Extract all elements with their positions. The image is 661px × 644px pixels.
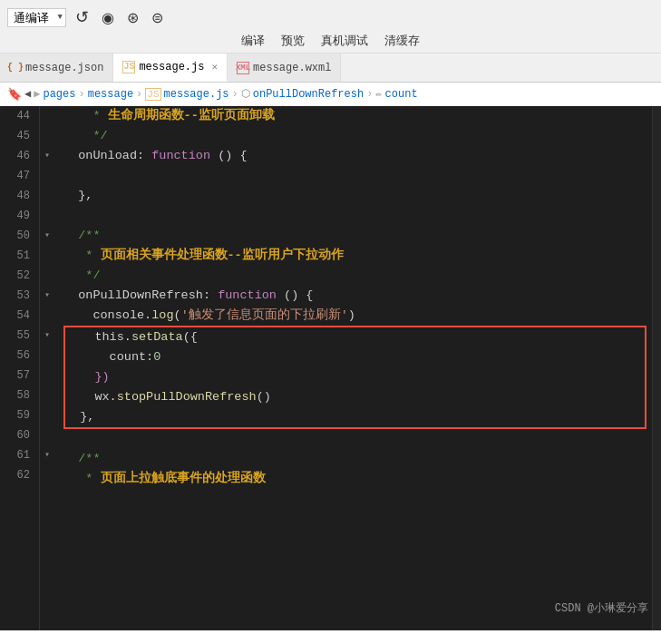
code-content-area[interactable]: * 生命周期函数--监听页面卸载 */ onUnload: function (… — [54, 106, 652, 630]
code-line-62: * 页面上拉触底事件的处理函数 — [63, 469, 652, 489]
fold-55[interactable]: ▾ — [40, 326, 54, 346]
compile-select-wrap[interactable]: 通编译 — [7, 8, 66, 27]
tab-message-wxml[interactable]: XML message.wxml — [228, 54, 341, 82]
breadcrumb-pages[interactable]: pages — [43, 88, 75, 101]
code-line-53: onPullDownRefresh: function () { — [63, 286, 652, 306]
settings-icon: ⊛ — [127, 9, 139, 26]
line-48-content: }, — [63, 186, 652, 206]
tab-close-js[interactable]: ✕ — [211, 61, 218, 73]
ln-48: 48 — [7, 186, 30, 206]
wxml-icon: XML — [237, 62, 249, 74]
preview-label[interactable]: 预览 — [281, 33, 305, 49]
highlight-box: this.setData({ count:0 }) wx.stopPullDow… — [63, 326, 646, 429]
tab-message-js[interactable]: JS message.js ✕ — [113, 54, 228, 82]
tab-message-json[interactable]: { } message.json — [0, 54, 113, 82]
ln-57: 57 — [7, 366, 30, 385]
fold-52 — [40, 266, 54, 286]
line-47-content — [63, 166, 652, 186]
var-icon: ✏ — [375, 87, 382, 101]
code-line-57: }) — [65, 367, 645, 387]
ln-45: 45 — [7, 126, 30, 146]
ln-50: 50 — [7, 226, 30, 246]
app-container: 通编译 ↺ ◉ ⊛ ⊜ 编译 预览 真机调试 清缓存 { } — [0, 0, 661, 644]
fold-53[interactable]: ▾ — [40, 286, 54, 306]
json-icon: { } — [9, 62, 22, 74]
line-56-content: count:0 — [65, 347, 645, 367]
breadcrumb-back[interactable]: ◀ — [24, 87, 31, 101]
line-45-content: */ — [63, 126, 652, 146]
toolbar: 通编译 ↺ ◉ ⊛ ⊜ 编译 预览 真机调试 清缓存 — [0, 0, 661, 54]
code-line-51: * 页面相关事件处理函数--监听用户下拉动作 — [63, 246, 652, 266]
fold-54 — [40, 306, 54, 326]
ln-54: 54 — [7, 306, 30, 326]
code-line-61: /** — [63, 449, 652, 469]
ln-60: 60 — [7, 425, 30, 445]
code-line-52: */ — [63, 266, 652, 286]
ln-51: 51 — [7, 246, 30, 266]
line-44-content: * 生命周期函数--监听页面卸载 — [63, 106, 652, 126]
code-line-55: this.setData({ — [65, 327, 645, 347]
code-editor[interactable]: 44 45 46 47 48 49 50 51 52 53 54 55 56 5… — [0, 106, 661, 630]
fn-icon: ⬡ — [241, 87, 250, 101]
line-49-content — [63, 206, 652, 226]
fold-60 — [40, 425, 54, 445]
watermark: CSDN @小琳爱分享 — [555, 600, 648, 616]
code-line-45: */ — [63, 126, 652, 146]
fold-gutter: ▾ ▾ ▾ ▾ ▾ — [40, 106, 54, 630]
fold-50[interactable]: ▾ — [40, 226, 54, 246]
code-line-44: * 生命周期函数--监听页面卸载 — [63, 106, 652, 126]
breadcrumb-forward[interactable]: ▶ — [34, 87, 40, 101]
ln-47: 47 — [7, 166, 30, 186]
ln-58: 58 — [7, 385, 30, 405]
breadcrumb-message-folder[interactable]: message — [88, 88, 133, 101]
fold-59 — [40, 405, 54, 425]
settings-button[interactable]: ⊛ — [123, 7, 142, 28]
breadcrumb-message-js[interactable]: message.js — [164, 88, 229, 101]
code-line-48: }, — [63, 186, 652, 206]
ln-59: 59 — [7, 405, 30, 425]
layers-icon: ⊜ — [151, 9, 163, 26]
compile-select[interactable]: 通编译 — [7, 8, 66, 27]
fold-49 — [40, 206, 54, 226]
line-60-content — [63, 429, 652, 449]
fold-51 — [40, 246, 54, 266]
ln-62: 62 — [7, 465, 30, 485]
breadcrumb-onpulldownrefresh[interactable]: onPullDownRefresh — [253, 88, 364, 101]
fold-61[interactable]: ▾ — [40, 445, 54, 465]
code-line-56: count:0 — [65, 347, 645, 367]
tab-label-json: message.json — [25, 62, 103, 74]
bookmark-icon: 🔖 — [7, 87, 22, 102]
fold-45 — [40, 126, 54, 146]
fold-44 — [40, 106, 54, 126]
sep1: › — [78, 88, 84, 101]
line-46-content: onUnload: function () { — [63, 146, 652, 166]
line-numbers: 44 45 46 47 48 49 50 51 52 53 54 55 56 5… — [0, 106, 40, 630]
sep3: › — [232, 88, 238, 101]
preview-icon-button[interactable]: ◉ — [98, 7, 118, 28]
line-55-content: this.setData({ — [65, 327, 645, 347]
ln-52: 52 — [7, 266, 30, 286]
fold-57 — [40, 366, 54, 385]
scrollbar-right[interactable] — [652, 106, 661, 630]
fold-46[interactable]: ▾ — [40, 146, 54, 166]
ln-55: 55 — [7, 326, 30, 346]
line-54-content: console.log('触发了信息页面的下拉刷新') — [63, 306, 652, 326]
clear-cache-label[interactable]: 清缓存 — [384, 33, 420, 49]
fold-56 — [40, 346, 54, 366]
line-59-content: }, — [65, 407, 645, 427]
code-line-60 — [63, 429, 652, 449]
line-50-content: /** — [63, 226, 652, 246]
code-line-49 — [63, 206, 652, 226]
layers-button[interactable]: ⊜ — [148, 7, 167, 28]
compile-label[interactable]: 编译 — [241, 33, 265, 49]
fold-48 — [40, 186, 54, 206]
breadcrumb-count[interactable]: count — [385, 88, 418, 101]
line-62-content: * 页面上拉触底事件的处理函数 — [63, 469, 652, 489]
js-file-icon: JS — [145, 88, 160, 101]
tab-label-js: message.js — [139, 61, 204, 73]
ln-46: 46 — [7, 146, 30, 166]
debug-label[interactable]: 真机调试 — [321, 33, 368, 49]
tab-label-wxml: message.wxml — [253, 62, 331, 74]
ln-56: 56 — [7, 346, 30, 366]
refresh-button[interactable]: ↺ — [72, 5, 92, 29]
